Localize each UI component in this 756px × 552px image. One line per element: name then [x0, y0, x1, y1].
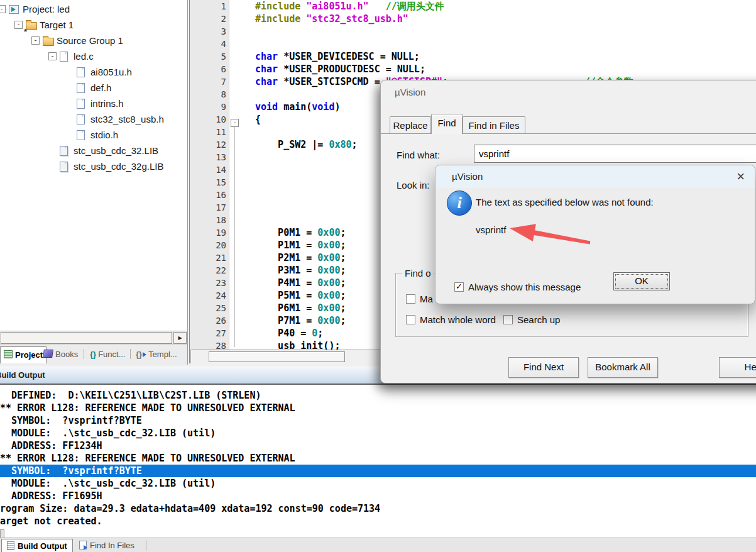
code-line: P1M1 = 0x00; P: [255, 239, 386, 251]
message-text: The text as specified below was not foun…: [476, 197, 654, 207]
line-number: 19: [216, 226, 226, 239]
code-line: P3M1 = 0x00; P: [255, 264, 386, 277]
tab-functions[interactable]: {}Funct...: [87, 346, 128, 363]
build-output-icon: [7, 541, 14, 550]
build-log-line[interactable]: DEFINED: D:\KEIL\C251\LIB\C2ST.LIB (STRL…: [0, 389, 756, 402]
braces-icon: {}: [90, 350, 96, 359]
scrollbar-right-arrow-icon[interactable]: ▶: [173, 332, 187, 344]
tree-item-label: Source Group 1: [57, 33, 123, 48]
output-tabbar: Build Output Find In Files: [0, 538, 756, 552]
tab-separator: [84, 349, 84, 359]
close-icon[interactable]: ×: [737, 168, 745, 185]
gear-icon: *: [24, 24, 27, 40]
match-whole-word-label: Match whole word: [420, 314, 496, 325]
code-line: P4M1 = 0x00; P: [255, 277, 386, 289]
match-whole-word-checkbox[interactable]: [406, 315, 415, 324]
tree-item-label: ai8051u.h: [90, 64, 132, 80]
tab-project[interactable]: Project: [0, 346, 47, 363]
code-line: void main(void): [255, 101, 340, 113]
tab-replace[interactable]: Replace: [390, 116, 431, 134]
code-line: #include "stc32_stc8_usb.h": [255, 13, 408, 25]
code-line: #include "ai8051u.h" //调用头文件: [255, 0, 444, 13]
tab-build-output[interactable]: Build Output: [1, 539, 73, 552]
code-line: P6M1 = 0x00; P: [255, 302, 386, 314]
tree-item-label: stc_usb_cdc_32.LIB: [74, 143, 158, 158]
code-line: P7M1 = 0x00; P: [255, 314, 386, 327]
collapse-icon[interactable]: -: [48, 52, 57, 60]
line-number: 6: [221, 63, 226, 75]
fold-collapse-icon[interactable]: -: [231, 119, 239, 127]
build-log-line[interactable]: *** ERROR L128: REFERENCE MADE TO UNRESO…: [0, 402, 756, 414]
project-icon: [9, 5, 19, 14]
code-line: P_SW2 |= 0x80;: [255, 138, 358, 151]
ok-button[interactable]: OK: [613, 272, 670, 290]
file-icon: [60, 52, 68, 62]
find-dialog-title: µVision: [395, 87, 425, 97]
find-next-button[interactable]: Find Next: [508, 357, 579, 378]
books-icon: [43, 350, 53, 358]
tree-item-label: Target 1: [40, 17, 74, 33]
build-log-line[interactable]: ADDRESS: FF1695H: [0, 490, 756, 502]
help-button[interactable]: Help: [719, 357, 756, 378]
line-number: 2: [221, 13, 226, 25]
build-log-line[interactable]: *** ERROR L128: REFERENCE MADE TO UNRESO…: [0, 452, 756, 465]
tree-item-label: Project: led: [23, 1, 70, 17]
code-line: char *USER_PRODUCTDESC = NULL;: [255, 63, 425, 75]
find-in-files-icon: [79, 541, 87, 549]
tab-find-in-files[interactable]: Find in Files: [463, 116, 525, 134]
always-show-checkbox[interactable]: ✓: [454, 282, 464, 292]
group-icon: [43, 38, 54, 46]
look-in-label: Look in:: [397, 180, 430, 190]
tab-templates[interactable]: {}Templ...: [133, 346, 180, 363]
search-term-text: vsprintf: [476, 224, 506, 235]
file-icon: [77, 114, 85, 124]
find-what-input[interactable]: vsprintf: [474, 145, 756, 163]
line-number: 14: [216, 163, 226, 176]
line-number: 18: [216, 214, 226, 226]
project-horizontal-scrollbar[interactable]: ▶: [0, 331, 187, 344]
scrollbar-thumb[interactable]: [209, 351, 345, 362]
line-number: 11: [216, 126, 226, 138]
scrollbar-thumb[interactable]: [1, 332, 172, 344]
tab-find[interactable]: Find: [431, 114, 463, 134]
collapse-icon[interactable]: -: [0, 5, 6, 13]
collapse-icon[interactable]: -: [31, 36, 40, 45]
tree-item-label: stc_usb_cdc_32g.LIB: [74, 158, 163, 174]
line-number: 8: [221, 88, 226, 101]
tree-item-label: intrins.h: [90, 96, 124, 111]
message-box-titlebar: [436, 165, 755, 188]
bookmark-all-button[interactable]: Bookmark All: [588, 357, 658, 378]
line-number: 27: [216, 327, 226, 339]
tab-books[interactable]: Books: [40, 346, 81, 363]
match-case-checkbox[interactable]: [406, 294, 415, 304]
build-log-line[interactable]: ADDRESS: FF1234H: [0, 439, 756, 452]
build-log-line[interactable]: Target not created.: [0, 515, 756, 527]
build-log-line[interactable]: MODULE: .\stc_usb_cdc_32.LIB (util): [0, 427, 756, 439]
build-log-line[interactable]: MODULE: .\stc_usb_cdc_32.LIB (util): [0, 477, 756, 490]
lib-icon: [60, 162, 68, 172]
line-number: 26: [216, 314, 226, 327]
project-panel: -Project: led-*Target 1-Source Group 1-l…: [0, 0, 188, 365]
tab-separator: [130, 349, 131, 359]
build-log-line[interactable]: SYMBOL: ?vsprintf?BYTE: [0, 414, 756, 427]
build-log-line-selected[interactable]: SYMBOL: ?vsprintf?BYTE: [0, 465, 756, 477]
tree-item-label: led.c: [74, 48, 94, 64]
collapse-icon[interactable]: -: [14, 21, 23, 29]
find-what-label: Find what:: [397, 150, 440, 160]
line-number: 21: [216, 251, 226, 264]
code-line: P0M1 = 0x00; P: [255, 226, 386, 239]
braces-icon: {}: [136, 350, 142, 359]
build-output-log[interactable]: DEFINED: D:\KEIL\C251\LIB\C2ST.LIB (STRL…: [0, 384, 756, 543]
tab-separator: [146, 541, 146, 551]
tab-find-in-files[interactable]: Find In Files: [74, 539, 140, 552]
file-icon: [77, 99, 85, 109]
line-number: 15: [216, 176, 226, 189]
not-found-message-box: µVision × i The text as specified below …: [435, 165, 755, 304]
find-options-label: Find o: [402, 268, 434, 279]
line-number: 16: [216, 189, 226, 201]
line-number: 20: [216, 239, 226, 251]
search-up-checkbox[interactable]: [503, 315, 513, 324]
build-log-line[interactable]: Program Size: data=29.3 edata+hdata=409 …: [0, 502, 756, 515]
match-case-label: Ma: [420, 294, 433, 304]
line-number: 23: [216, 277, 226, 289]
